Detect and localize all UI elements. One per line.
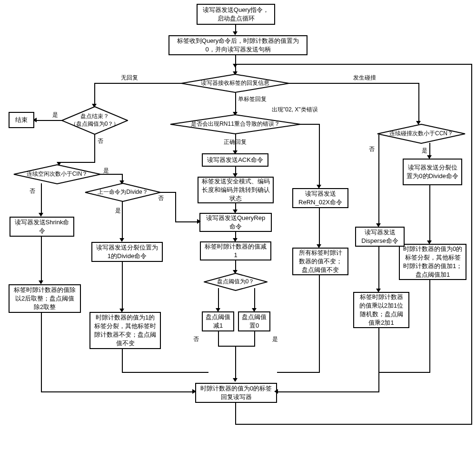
collision-label: 发生碰撞 [352, 74, 377, 82]
pd-zero-diamond: 盘点阈值为0？ [204, 273, 268, 291]
pdz-no: 否 [192, 335, 200, 343]
rern-result-box: 所有标签时隙计数器的值不变；盘点阈值不变 [292, 248, 348, 275]
disperse-result-box: 标签时隙计数器的值乘以2加1位随机数；盘点阈值乘2加1 [353, 292, 409, 328]
divide0-result-box: 时隙计数器的值为0的标签分裂，其他标签时隙计数器的值加1；盘点阈值加1 [399, 244, 466, 280]
queryrep-box: 读写器发送QueryRep命令 [199, 213, 272, 232]
pd-end-diamond: 盘点结束？ （盘点阈值为0？） [61, 106, 128, 135]
prev-divide-yes: 是 [114, 207, 122, 215]
ccn-yes: 是 [421, 147, 428, 155]
pd-end-no: 否 [97, 137, 104, 145]
error-02x-label: 出现"02, X"类错误 [271, 106, 319, 114]
ccn-no: 否 [368, 145, 376, 153]
pdz-yes: 是 [271, 335, 279, 343]
ccn-diamond: 连续碰撞次数小于CCN？ [377, 124, 466, 144]
pd-dec-box: 盘点阈值减1 [202, 311, 234, 331]
receive-diamond: 读写器接收标签的回复信息 [181, 74, 289, 93]
end-box: 结束 [9, 112, 34, 128]
cin-diamond: 连续空闲次数小于CIN？ [13, 164, 101, 184]
no-reply-label: 无回复 [120, 74, 139, 82]
rern-box: 读写器发送ReRN_02X命令 [292, 188, 348, 208]
shrink-box: 读写器发送Shrink命令 [10, 217, 74, 237]
pd-end-yes: 是 [51, 111, 59, 119]
bottom-box: 时隙计数器的值为0的标签回复读写器 [195, 383, 277, 403]
ack-result-box: 标签发送安全模式、编码长度和编码并跳转到确认状态 [198, 177, 274, 203]
queryrep-result-box: 标签时隙计数器的值减1 [200, 241, 271, 260]
disperse-box: 读写器发送Disperse命令 [355, 227, 405, 247]
divide0-box: 读写器发送分裂位置为0的Divide命令 [403, 159, 462, 185]
ack-box: 读写器发送ACK命令 [202, 153, 268, 167]
shrink-result-box: 标签时隙计数器的值除以2后取整；盘点阈值除2取整 [9, 284, 81, 313]
single-label: 单标签回复 [237, 95, 268, 103]
step2-box: 标签收到Query命令后，时隙计数器的值置为0，并向读写器发送句柄 [169, 35, 307, 55]
prev-divide-no: 否 [157, 194, 165, 202]
prev-divide-diamond: 上一命令为Divide？ [85, 183, 161, 202]
cin-no: 否 [29, 187, 36, 195]
divide1-result-box: 时隙计数器的值为1的标签分裂，其他标签时隙计数器不变；盘点阈值不变 [89, 312, 161, 349]
divide1-box: 读写器发送分裂位置为1的Divide命令 [91, 242, 163, 262]
rn11-diamond: 是否会出现RN11重合导致的错误？ [170, 114, 301, 134]
start-box: 读写器发送Query指令，启动盘点循环 [197, 4, 275, 25]
pd-zero-box: 盘点阈值置0 [238, 311, 270, 331]
